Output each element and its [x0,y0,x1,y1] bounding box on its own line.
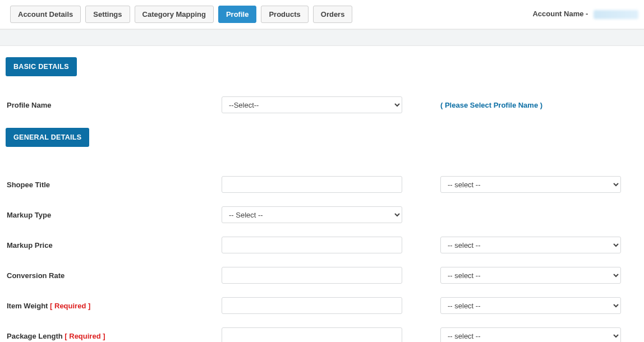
row-item-weight: Item Weight [ Required ] -- select -- [6,290,638,321]
select-item-weight-map[interactable]: -- select -- [440,297,621,314]
general-details-header[interactable]: GENERAL DETAILS [6,128,89,147]
account-name-value [594,10,638,19]
account-name-label: Account Name - [532,10,588,18]
hint-profile-name[interactable]: ( Please Select Profile Name ) [440,101,542,109]
tab-category-mapping[interactable]: Category Mapping [135,6,214,23]
select-profile-name[interactable]: --Select-- [222,96,402,113]
label-markup-price: Markup Price [6,241,222,249]
tab-profile[interactable]: Profile [218,6,256,23]
label-package-length: Package Length [ Required ] [6,332,222,340]
input-conversion-rate[interactable] [222,267,402,284]
content-area: BASIC DETAILS Profile Name --Select-- ( … [0,46,644,342]
label-profile-name: Profile Name [6,101,222,109]
input-markup-price[interactable] [222,237,402,253]
label-markup-type: Markup Type [6,211,222,219]
general-section: Shopee Title -- select -- Markup Type --… [6,169,638,342]
required-badge: [ Required ] [65,332,105,340]
row-shopee-title: Shopee Title -- select -- [6,169,638,200]
input-item-weight[interactable] [222,297,402,314]
select-conversion-rate-map[interactable]: -- select -- [440,267,621,284]
tab-orders[interactable]: Orders [313,6,353,23]
basic-details-header[interactable]: BASIC DETAILS [6,57,77,76]
tab-products[interactable]: Products [261,6,308,23]
label-item-weight: Item Weight [ Required ] [6,302,222,310]
sub-header-strip [0,29,644,46]
required-badge: [ Required ] [50,302,90,310]
tab-settings[interactable]: Settings [85,6,130,23]
label-conversion-rate: Conversion Rate [6,271,222,280]
row-conversion-rate: Conversion Rate -- select -- [6,260,638,290]
tab-account-details[interactable]: Account Details [10,6,81,23]
row-markup-type: Markup Type -- Select -- [6,200,638,230]
label-shopee-title: Shopee Title [6,181,222,189]
tabs: Account Details Settings Category Mappin… [10,6,532,23]
select-package-length-map[interactable]: -- select -- [440,327,621,342]
row-profile-name: Profile Name --Select-- ( Please Select … [6,87,638,122]
select-markup-price-map[interactable]: -- select -- [440,237,621,253]
row-package-length: Package Length [ Required ] -- select -- [6,321,638,342]
select-markup-type[interactable]: -- Select -- [222,206,402,223]
tab-bar: Account Details Settings Category Mappin… [0,0,644,29]
input-package-length[interactable] [222,327,402,342]
account-name-area: Account Name - [532,10,638,19]
row-markup-price: Markup Price -- select -- [6,230,638,260]
select-shopee-title-map[interactable]: -- select -- [440,176,621,193]
input-shopee-title[interactable] [222,176,402,193]
